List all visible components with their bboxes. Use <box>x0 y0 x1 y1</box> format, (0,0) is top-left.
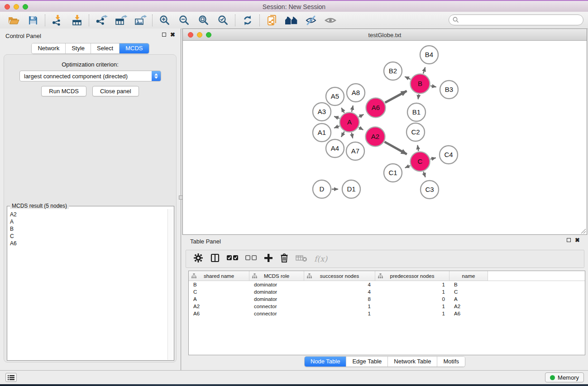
result-scrollbar[interactable] <box>167 209 173 360</box>
graph-node-A4[interactable]: A4 <box>326 139 344 157</box>
graph-edge-A-A8[interactable] <box>352 105 353 112</box>
search-field[interactable] <box>449 14 583 25</box>
run-mcds-button[interactable]: Run MCDS <box>41 86 86 96</box>
table-cell[interactable]: C <box>449 289 488 295</box>
optimization-criterion-dropdown[interactable]: largest connected component (directed) <box>19 71 161 81</box>
mcds-result-item[interactable]: B <box>10 225 165 233</box>
graph-node-C4[interactable]: C4 <box>440 146 458 164</box>
task-history-button[interactable] <box>5 373 17 382</box>
mcds-result-item[interactable]: A <box>10 218 165 225</box>
graph-node-D[interactable]: D <box>313 180 331 198</box>
tab-network-table[interactable]: Network Table <box>388 357 437 367</box>
close-panel-button[interactable]: Close panel <box>92 86 139 96</box>
table-settings-gear-icon[interactable] <box>193 253 203 265</box>
tab-style[interactable]: Style <box>66 43 91 53</box>
graph-edge-A-A3[interactable] <box>334 116 339 118</box>
tab-edge-table[interactable]: Edge Table <box>346 357 388 367</box>
table-cell[interactable]: dominator <box>249 289 304 295</box>
column-header-successor-nodes[interactable]: successor nodes <box>304 271 375 281</box>
table-cell[interactable]: 4 <box>304 289 375 295</box>
column-layout-icon[interactable] <box>210 253 220 265</box>
tab-mcds[interactable]: MCDS <box>120 43 148 53</box>
graph-edge-A-A7[interactable] <box>352 133 353 138</box>
column-header-name[interactable]: name <box>449 271 488 281</box>
table-cell[interactable]: dominator <box>249 282 304 287</box>
show-all-eye-icon[interactable] <box>320 13 340 28</box>
graph-node-A2[interactable]: A2 <box>366 127 385 147</box>
table-cell[interactable]: 1 <box>304 311 375 316</box>
table-cell[interactable]: 4 <box>304 282 375 287</box>
zoom-fit-icon[interactable] <box>194 13 213 28</box>
graph-edge-A-A6[interactable] <box>359 114 364 117</box>
graph-node-D1[interactable]: D1 <box>342 180 360 198</box>
close-table-panel-icon[interactable]: ✖ <box>575 238 580 243</box>
graph-edge-A-A2[interactable] <box>359 128 363 130</box>
graph-edge-A6-B[interactable] <box>385 91 407 103</box>
table-cell[interactable]: 1 <box>375 289 449 295</box>
table-cell[interactable]: connector <box>249 304 304 309</box>
graph-node-A7[interactable]: A7 <box>346 142 364 160</box>
save-session-icon[interactable] <box>23 13 43 28</box>
graph-node-A8[interactable]: A8 <box>347 84 365 102</box>
graph-node-A6[interactable]: A6 <box>366 98 386 118</box>
graph-edge-A-A4[interactable] <box>341 132 344 137</box>
table-cell[interactable]: 0 <box>375 296 449 302</box>
graph-node-C1[interactable]: C1 <box>384 164 402 182</box>
tab-node-table[interactable]: Node Table <box>305 357 347 367</box>
graph-node-B[interactable]: B <box>411 74 430 94</box>
graph-node-C2[interactable]: C2 <box>406 123 425 141</box>
zoom-out-icon[interactable] <box>174 13 194 28</box>
table-row[interactable]: A2connector11A2 <box>189 303 585 310</box>
zoom-selected-icon[interactable] <box>213 13 233 28</box>
import-network-icon[interactable] <box>48 13 67 28</box>
column-header-MCDS-role[interactable]: MCDS role <box>249 271 304 281</box>
table-cell[interactable]: A <box>189 296 249 302</box>
graph-edge-B-B1[interactable] <box>418 94 419 99</box>
table-cell[interactable]: B <box>449 282 488 287</box>
graph-node-C3[interactable]: C3 <box>421 181 439 199</box>
network-graph[interactable]: B4B2BB3A5A8A6A3B1AA1C2A2A4A7C4CC1C3DD1 <box>183 41 587 234</box>
delete-column-trash-icon[interactable] <box>280 253 289 265</box>
graph-edge-A-A5[interactable] <box>341 108 344 113</box>
table-cell[interactable]: A6 <box>449 311 488 316</box>
graph-node-A5[interactable]: A5 <box>326 87 344 105</box>
mcds-result-item[interactable]: A6 <box>10 240 165 247</box>
memory-button[interactable]: Memory <box>545 372 584 382</box>
table-cell[interactable]: connector <box>249 311 304 316</box>
table-cell[interactable]: A2 <box>189 304 249 309</box>
graph-node-A3[interactable]: A3 <box>313 103 331 121</box>
graph-edge-B-B2[interactable] <box>405 76 410 79</box>
graph-node-A[interactable]: A <box>340 113 359 132</box>
graph-node-B2[interactable]: B2 <box>384 62 402 80</box>
graph-node-B3[interactable]: B3 <box>440 81 458 99</box>
graph-node-B4[interactable]: B4 <box>420 46 438 64</box>
table-row[interactable]: Adominator80A <box>189 295 585 303</box>
table-cell[interactable]: dominator <box>249 296 304 302</box>
graph-edge-B-B4[interactable] <box>423 67 425 74</box>
table-cell[interactable]: A6 <box>189 311 249 316</box>
resize-grip-icon[interactable] <box>580 228 586 234</box>
import-table-icon[interactable] <box>67 13 86 28</box>
graph-edge-A-A1[interactable] <box>334 126 339 128</box>
new-network-from-selection-icon[interactable] <box>262 13 282 28</box>
select-all-checked-icon[interactable] <box>227 255 239 263</box>
table-cell[interactable]: A <box>449 296 488 302</box>
table-row[interactable]: Cdominator41C <box>189 288 585 295</box>
add-column-plus-icon[interactable] <box>264 253 273 264</box>
table-cell[interactable]: B <box>189 282 249 287</box>
deselect-all-icon[interactable] <box>245 255 257 263</box>
zoom-in-icon[interactable] <box>155 13 174 28</box>
export-image-icon[interactable] <box>130 13 150 28</box>
mcds-result-item[interactable]: A2 <box>10 211 165 218</box>
table-cell[interactable]: 1 <box>375 311 449 316</box>
tab-network[interactable]: Network <box>32 43 66 53</box>
table-cell[interactable]: C <box>189 289 249 295</box>
table-cell[interactable]: A2 <box>449 304 488 309</box>
graph-edge-A2-C[interactable] <box>385 142 407 154</box>
graph-edge-C-C4[interactable] <box>430 158 436 159</box>
first-neighbors-icon[interactable] <box>282 13 301 28</box>
table-cell[interactable]: 8 <box>304 296 375 302</box>
table-cell[interactable]: 1 <box>304 304 375 309</box>
network-canvas[interactable]: B4B2BB3A5A8A6A3B1AA1C2A2A4A7C4CC1C3DD1 <box>183 41 587 236</box>
graph-edge-B-B3[interactable] <box>430 86 436 87</box>
